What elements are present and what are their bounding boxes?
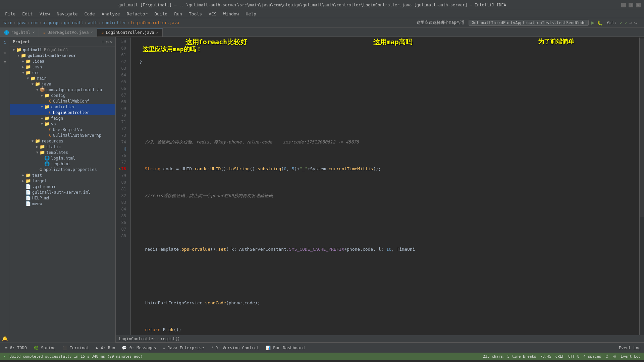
menu-edit[interactable]: Edit [19,11,36,17]
menu-tools[interactable]: Tools [185,11,205,17]
tree-label: templates [46,150,68,155]
tree-vo[interactable]: ▼ 📁 vo [10,121,115,127]
debug-button[interactable]: 🐛 [597,20,603,25]
tab-reg-html[interactable]: 🌐 reg.html ✕ [0,28,39,37]
tab-logincontroller[interactable]: ☕ LoginController.java ✕ [97,28,163,37]
nav-logincontroller[interactable]: LoginController.java [131,20,179,25]
tree-gulimallwebconf[interactable]: C GulimallWebConf [10,98,115,104]
menu-build[interactable]: Build [151,11,171,17]
menu-run[interactable]: Run [171,11,185,17]
tree-main[interactable]: ▼ 📁 main [10,75,115,81]
sidebar-settings-icon[interactable]: ⚙ [106,39,108,45]
tree-mvnw[interactable]: 📄 mvnw [10,201,115,206]
sidebar-close-icon[interactable]: ✕ [110,39,113,45]
code-line-63: String code = UUID.randomUUID().toString… [134,166,636,172]
code-editor[interactable]: } //2、验证码的再次校验。redis。存key-phone，value-co… [131,38,639,335]
tree-gulimall-auth[interactable]: ▼ 📁 gulimall-auth-server [10,53,115,58]
tree-mvn[interactable]: ▶ 📁 .mvn [10,64,115,70]
tree-logincontroller-file[interactable]: C LoginController [10,110,115,115]
run-config-select[interactable]: GulimallThirdPartyApplicationTests.testS… [469,20,589,26]
bottom-tab-terminal[interactable]: ⬛ Terminal [61,345,91,351]
tree-reg-html[interactable]: 🌐 reg.html [10,161,115,167]
tree-help[interactable]: 📄 HELP.md [10,195,115,201]
git-check2-icon[interactable]: ✓ [625,20,627,25]
bottom-tab-spring[interactable]: 🌿 Spring [32,345,57,351]
status-indent[interactable]: 4 spaces [583,354,601,359]
nav-java[interactable]: java [17,20,26,25]
tab-close-userregistvo[interactable]: ✕ [91,30,93,35]
menu-vcs[interactable]: VCS [205,11,220,17]
breadcrumb-logincontroller[interactable]: LoginController [119,337,155,341]
bottom-tab-java-enterprise[interactable]: ☕ Java Enterprise [161,345,206,351]
nav-controller[interactable]: controller [102,20,126,25]
project-icon[interactable]: 1 [1,39,9,47]
bottom-tab-messages[interactable]: 💬 0: Messages [120,345,158,351]
bottom-tab-todo[interactable]: ≡ 6: TODO [3,345,29,351]
tree-gulimallauth-main[interactable]: C GulimallAuthServerAp [10,132,115,138]
menu-code[interactable]: Code [81,11,98,17]
tab-userregistvo[interactable]: ☕ UserRegistVo.java ✕ [39,28,97,37]
tree-login-html[interactable]: 🌐 login.html [10,155,115,161]
menu-view[interactable]: View [36,11,53,17]
tree-static[interactable]: ▶ 📁 static [10,144,115,149]
bottom-tab-run[interactable]: ▶ 4: Run [94,345,117,351]
tree-src[interactable]: ▼ 📁 src [10,70,115,75]
notifications-icon[interactable]: 🔔 [1,335,9,343]
menu-file[interactable]: File [2,11,19,17]
git-undo-icon[interactable]: ↩ [629,20,632,25]
bookmarks-icon[interactable]: ☆ [1,48,9,56]
minimize-button[interactable]: — [621,3,626,7]
tree-target[interactable]: ▶ 📁 target [10,178,115,184]
bottom-tab-version-control[interactable]: ⑂ 9: Version Control [209,345,261,351]
tree-gitignore[interactable]: 📄 .gitignore [10,184,115,189]
code-line-65 [134,219,636,226]
tree-config[interactable]: ▶ 📁 config [10,93,115,98]
menu-refactor[interactable]: Refactor [123,11,151,17]
tree-com-package[interactable]: ▼ 📦 com.atguigu.gulimall.au [10,87,115,93]
menu-analyze[interactable]: Analyze [98,11,123,17]
nav-gulimall[interactable]: gulimall [64,20,84,25]
tab-close-logincontroller[interactable]: ✕ [156,31,159,35]
tab-close-reg[interactable]: ✕ [33,30,35,35]
nav-com[interactable]: com [31,20,38,25]
tree-java[interactable]: ▼ 📁 java [10,81,115,87]
tree-controller[interactable]: ▼ 📁 controller [10,104,115,110]
tree-iml[interactable]: 📄 gulimall-auth-server.iml [10,189,115,195]
bottom-tab-run-dashboard[interactable]: 📊 Run Dashboard [264,345,306,351]
status-build-message: ✓ Build completed successfully in 15 s 3… [3,354,478,359]
code-container[interactable]: 59 60 61 62 63 64 65 66 67 68 69 70 71 7… [116,38,644,335]
nav-atguigu[interactable]: atguigu [43,20,60,25]
structure-icon[interactable]: ≡ [1,58,9,66]
window-controls[interactable]: — □ ✕ [621,3,641,7]
close-button[interactable]: ✕ [636,3,641,7]
sidebar-collapse-icon[interactable]: ⊟ [102,39,104,45]
nav-bar: main › java › com › atguigu › gulimall ›… [0,18,644,27]
tree-label: config [51,93,65,98]
tree-idea[interactable]: ▶ 📁 .idea [10,58,115,64]
tree-label: gulimall-auth-server.iml [32,190,90,195]
status-lang-en1: 英 [605,354,609,359]
breadcrumb-regist[interactable]: regist() [161,337,180,341]
maximize-button[interactable]: □ [629,3,633,7]
run-button[interactable]: ▶ [591,19,595,26]
status-charset[interactable]: UTF-8 [568,354,579,359]
git-redo-icon[interactable]: ↪ [634,20,637,25]
tree-userregistvo[interactable]: C UserRegistVo [10,127,115,132]
nav-auth[interactable]: auth [88,20,98,25]
tree-templates[interactable]: ▼ 📁 templates [10,149,115,155]
tree-gulimall-root[interactable]: ▼ 📁 gulimall F:\gulimall [10,47,115,53]
menu-help[interactable]: Help [243,11,260,17]
status-position[interactable]: 78:45 [540,354,551,359]
tree-resources[interactable]: ▼ 📁 resources [10,138,115,144]
tree-application-props[interactable]: ⚙ application.properties [10,167,115,172]
right-scrollbar[interactable] [639,38,644,335]
tree-test[interactable]: ▶ 📁 test [10,172,115,178]
menu-navigate[interactable]: Navigate [53,11,81,17]
status-crlf[interactable]: CRLF [555,354,565,359]
git-check-icon[interactable]: ✓ [620,20,622,25]
tree-feign[interactable]: ▶ 📁 feign [10,115,115,121]
status-event-log[interactable]: Event Log [621,354,641,359]
bottom-panel-event-log[interactable]: Event Log [619,346,641,350]
nav-main[interactable]: main [3,20,12,25]
menu-window[interactable]: Window [220,11,243,17]
